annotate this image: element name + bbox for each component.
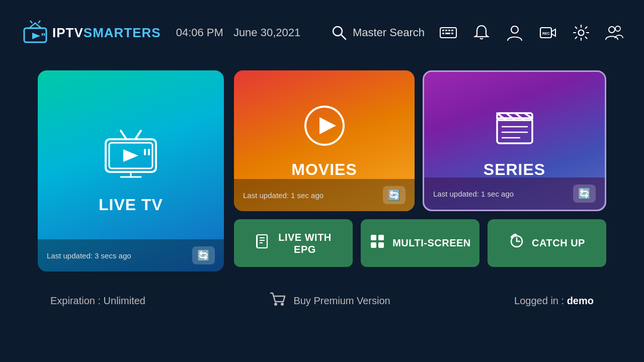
svg-line-39 (506, 113, 515, 120)
bell-icon (472, 23, 491, 42)
grid-icon (369, 233, 385, 253)
rec-icon: REC (538, 23, 557, 42)
svg-line-2 (30, 21, 32, 23)
svg-rect-50 (371, 235, 376, 240)
svg-rect-10 (442, 30, 444, 31)
svg-rect-11 (445, 30, 447, 31)
bottom-buttons-row: LIVE WITH EPG MULTI-SCREEN (234, 219, 606, 267)
svg-rect-12 (448, 30, 450, 31)
cart-icon (269, 291, 286, 311)
svg-rect-45 (257, 235, 267, 248)
series-footer: Last updated: 1 sec ago 🔄 (424, 177, 605, 210)
logged-in-info: Logged in : demo (514, 295, 594, 307)
series-icon (492, 103, 537, 153)
clock-refresh-icon (509, 233, 525, 249)
svg-line-26 (136, 131, 141, 138)
svg-point-23 (609, 27, 615, 33)
main-content: LIVE TV Last updated: 3 secs ago 🔄 MOVIE… (0, 70, 644, 282)
catch-up-label: CATCH UP (532, 237, 585, 249)
live-tv-update-text: Last updated: 3 secs ago (47, 251, 131, 260)
username-display: demo (567, 295, 594, 306)
multi-screen-label: MULTI-SCREEN (392, 237, 471, 249)
svg-point-59 (281, 303, 284, 306)
live-epg-label: LIVE WITH EPG (278, 231, 332, 255)
shopping-cart-icon (269, 291, 286, 308)
book-icon (255, 233, 271, 249)
svg-line-25 (121, 131, 126, 138)
movies-footer: Last updated: 1 sec ago 🔄 (234, 179, 415, 211)
live-tv-footer: Last updated: 3 secs ago 🔄 (38, 239, 224, 272)
clapper-icon (492, 103, 537, 148)
svg-marker-20 (551, 29, 555, 36)
svg-rect-52 (371, 242, 376, 248)
svg-marker-4 (32, 33, 40, 39)
series-refresh-button[interactable]: 🔄 (573, 185, 596, 203)
svg-rect-14 (442, 33, 444, 34)
person-icon (505, 23, 524, 42)
catchup-icon (509, 233, 525, 253)
master-search-button[interactable]: Master Search (331, 24, 425, 41)
movies-refresh-button[interactable]: 🔄 (383, 186, 406, 204)
svg-rect-13 (451, 30, 453, 31)
svg-line-40 (515, 113, 524, 120)
rec-button[interactable]: REC (538, 23, 557, 42)
svg-rect-53 (378, 242, 384, 248)
datetime: 04:06 PM June 30,2021 (176, 26, 301, 39)
keyboard-button[interactable] (439, 23, 458, 42)
search-label: Master Search (353, 26, 425, 39)
logo: IPTVSMARTERS (20, 19, 161, 47)
svg-marker-35 (319, 117, 336, 134)
svg-text:REC: REC (542, 32, 550, 35)
clock-display: 04:06 PM (176, 26, 223, 39)
svg-rect-49 (256, 235, 258, 247)
header: IPTVSMARTERS 04:06 PM June 30,2021 Maste… (0, 0, 644, 65)
gear-icon (572, 23, 591, 42)
svg-point-24 (615, 26, 620, 31)
live-tv-card[interactable]: LIVE TV Last updated: 3 secs ago 🔄 (38, 70, 224, 272)
profile-button[interactable] (505, 23, 524, 42)
play-icon (302, 103, 347, 148)
header-right: Master Search (331, 23, 624, 42)
keyboard-icon (439, 23, 458, 42)
logo-icon (20, 19, 50, 47)
right-column: MOVIES Last updated: 1 sec ago 🔄 (234, 70, 606, 282)
multi-user-button[interactable] (605, 23, 624, 42)
search-icon (331, 24, 348, 41)
svg-marker-29 (123, 149, 138, 162)
logo-text: IPTVSMARTERS (52, 25, 161, 41)
series-card[interactable]: SERIES Last updated: 1 sec ago 🔄 (423, 70, 606, 211)
bell-button[interactable] (472, 23, 491, 42)
multi-screen-button[interactable]: MULTI-SCREEN (361, 219, 479, 267)
live-tv-label: LIVE TV (99, 196, 163, 214)
expiration-info: Expiration : Unlimited (50, 295, 145, 307)
catch-up-button[interactable]: CATCH UP (488, 219, 606, 267)
buy-premium-button[interactable]: Buy Premium Version (269, 291, 390, 311)
series-update-text: Last updated: 1 sec ago (433, 190, 514, 198)
movies-label: MOVIES (291, 160, 357, 179)
date-display: June 30,2021 (233, 26, 300, 39)
movies-card[interactable]: MOVIES Last updated: 1 sec ago 🔄 (234, 70, 415, 211)
svg-point-22 (579, 30, 584, 36)
live-tv-icon (98, 128, 164, 189)
multiscreen-icon (369, 233, 385, 249)
tv-icon (98, 128, 164, 184)
movies-icon (302, 103, 347, 153)
live-tv-refresh-button[interactable]: 🔄 (192, 246, 215, 264)
svg-line-3 (38, 21, 40, 23)
svg-line-8 (341, 35, 346, 39)
svg-rect-51 (378, 235, 384, 240)
svg-rect-16 (451, 33, 453, 34)
svg-point-58 (274, 303, 277, 306)
buy-premium-label: Buy Premium Version (293, 295, 390, 307)
svg-point-18 (511, 26, 518, 33)
settings-button[interactable] (572, 23, 591, 42)
movies-update-text: Last updated: 1 sec ago (243, 191, 324, 200)
live-with-epg-button[interactable]: LIVE WITH EPG (234, 219, 353, 267)
multiuser-icon (605, 23, 624, 42)
footer: Expiration : Unlimited Buy Premium Versi… (0, 291, 644, 311)
top-cards-row: MOVIES Last updated: 1 sec ago 🔄 (234, 70, 606, 211)
epg-icon (255, 233, 271, 253)
svg-rect-15 (445, 33, 450, 34)
series-label: SERIES (484, 160, 545, 179)
svg-rect-36 (497, 118, 532, 143)
